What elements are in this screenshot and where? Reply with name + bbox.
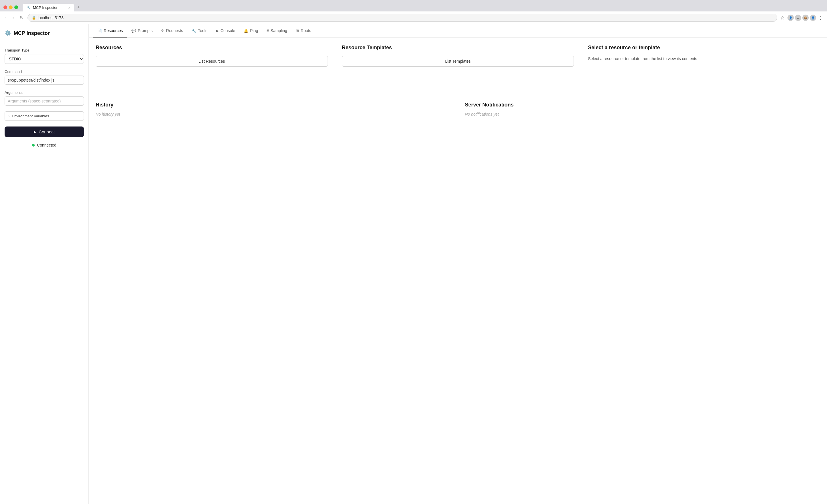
resources-tab-label: Resources bbox=[104, 28, 123, 33]
sidebar-divider bbox=[5, 42, 84, 42]
content-area: Resources List Resources Resource Templa… bbox=[89, 38, 827, 504]
select-resource-hint: Select a resource or template from the l… bbox=[588, 56, 820, 62]
url-display: localhost:5173 bbox=[38, 15, 63, 20]
toolbar-actions: ☆ bbox=[779, 14, 785, 21]
back-btn[interactable]: ‹ bbox=[3, 14, 8, 21]
address-bar[interactable]: 🔒 localhost:5173 bbox=[28, 14, 777, 22]
roots-tab-label: Roots bbox=[301, 28, 311, 33]
notifications-empty-text: No notifications yet bbox=[465, 112, 820, 116]
ext-icon-1[interactable]: 👤 bbox=[787, 14, 794, 21]
status-dot bbox=[32, 144, 35, 147]
transport-type-group: Transport Type STDIO HTTP WebSocket bbox=[5, 48, 84, 64]
tab-requests[interactable]: ✈ Requests bbox=[157, 24, 187, 38]
status-row: Connected bbox=[5, 143, 84, 147]
prompts-tab-label: Prompts bbox=[138, 28, 153, 33]
ping-tab-icon: 🔔 bbox=[244, 29, 248, 33]
minimize-traffic-light[interactable] bbox=[9, 5, 13, 9]
sampling-tab-label: Sampling bbox=[271, 28, 287, 33]
console-tab-icon: ▶ bbox=[216, 29, 219, 33]
browser-titlebar: 🔧 MCP Inspector × + bbox=[0, 0, 827, 11]
resource-templates-title: Resource Templates bbox=[342, 45, 574, 51]
browser-chrome: 🔧 MCP Inspector × + ‹ › ↻ 🔒 localhost:51… bbox=[0, 0, 827, 24]
arguments-group: Arguments bbox=[5, 91, 84, 106]
command-group: Command bbox=[5, 69, 84, 85]
browser-tabs: 🔧 MCP Inspector × + bbox=[22, 3, 824, 11]
requests-tab-label: Requests bbox=[166, 28, 183, 33]
notifications-title: Server Notifications bbox=[465, 102, 820, 108]
play-icon: ▶ bbox=[34, 130, 36, 134]
history-panel: History No history yet bbox=[89, 95, 458, 504]
select-resource-panel: Select a resource or template Select a r… bbox=[581, 38, 827, 95]
tab-favicon: 🔧 bbox=[27, 6, 31, 9]
roots-tab-icon: ⊞ bbox=[296, 29, 299, 33]
env-vars-toggle-btn[interactable]: › Environment Variables bbox=[5, 111, 84, 121]
browser-extensions: 👤 🛡 📦 👤 ⋮ bbox=[787, 14, 824, 21]
menu-btn[interactable]: ⋮ bbox=[817, 14, 824, 21]
close-traffic-light[interactable] bbox=[3, 5, 7, 9]
arguments-input[interactable] bbox=[5, 96, 84, 106]
tab-roots[interactable]: ⊞ Roots bbox=[292, 24, 315, 38]
reload-btn[interactable]: ↻ bbox=[18, 14, 25, 21]
sidebar-header: ⚙️ MCP Inspector bbox=[5, 30, 84, 36]
arguments-label: Arguments bbox=[5, 91, 84, 95]
command-label: Command bbox=[5, 69, 84, 74]
select-resource-title: Select a resource or template bbox=[588, 45, 820, 51]
tabs-bar: 📄 Resources 💬 Prompts ✈ Requests 🔧 Tools… bbox=[89, 24, 827, 38]
tab-tools[interactable]: 🔧 Tools bbox=[188, 24, 211, 38]
resources-panel: Resources List Resources bbox=[89, 38, 335, 95]
command-input[interactable] bbox=[5, 75, 84, 85]
env-vars-label: Environment Variables bbox=[12, 114, 49, 118]
app-title: MCP Inspector bbox=[14, 30, 50, 36]
tab-ping[interactable]: 🔔 Ping bbox=[240, 24, 262, 38]
resources-tab-icon: 📄 bbox=[97, 29, 102, 33]
tools-tab-icon: 🔧 bbox=[192, 29, 196, 33]
console-tab-label: Console bbox=[221, 28, 235, 33]
forward-btn[interactable]: › bbox=[11, 14, 15, 21]
bottom-row: History No history yet Server Notificati… bbox=[89, 95, 827, 504]
ext-icon-3[interactable]: 📦 bbox=[802, 14, 809, 21]
panels-row: Resources List Resources Resource Templa… bbox=[89, 38, 827, 95]
app-container: ⚙️ MCP Inspector Transport Type STDIO HT… bbox=[0, 24, 827, 504]
ext-icon-4[interactable]: 👤 bbox=[810, 14, 816, 21]
traffic-lights bbox=[3, 5, 18, 9]
env-vars-chevron-icon: › bbox=[8, 114, 9, 118]
history-empty-text: No history yet bbox=[96, 112, 451, 116]
connect-label: Connect bbox=[39, 130, 55, 134]
bookmark-btn[interactable]: ☆ bbox=[779, 14, 785, 21]
transport-type-label: Transport Type bbox=[5, 48, 84, 52]
tab-title: MCP Inspector bbox=[33, 5, 57, 10]
prompts-tab-icon: 💬 bbox=[132, 29, 136, 33]
history-title: History bbox=[96, 102, 451, 108]
app-logo-icon: ⚙️ bbox=[5, 30, 11, 36]
tab-console[interactable]: ▶ Console bbox=[212, 24, 239, 38]
browser-toolbar: ‹ › ↻ 🔒 localhost:5173 ☆ 👤 🛡 📦 👤 ⋮ bbox=[0, 11, 827, 24]
status-text: Connected bbox=[37, 143, 56, 147]
transport-type-select[interactable]: STDIO HTTP WebSocket bbox=[5, 54, 84, 64]
main-content: 📄 Resources 💬 Prompts ✈ Requests 🔧 Tools… bbox=[89, 24, 827, 504]
browser-tab-active[interactable]: 🔧 MCP Inspector × bbox=[22, 4, 74, 11]
list-resources-btn[interactable]: List Resources bbox=[96, 56, 328, 67]
tab-close-btn[interactable]: × bbox=[68, 6, 70, 10]
tools-tab-label: Tools bbox=[198, 28, 207, 33]
lock-icon: 🔒 bbox=[32, 16, 36, 20]
fullscreen-traffic-light[interactable] bbox=[14, 5, 18, 9]
sampling-tab-icon: # bbox=[266, 29, 269, 33]
requests-tab-icon: ✈ bbox=[161, 29, 164, 33]
list-templates-btn[interactable]: List Templates bbox=[342, 56, 574, 67]
connect-button[interactable]: ▶ Connect bbox=[5, 127, 84, 137]
server-notifications-panel: Server Notifications No notifications ye… bbox=[458, 95, 827, 504]
ext-icon-2[interactable]: 🛡 bbox=[795, 14, 801, 21]
tab-prompts[interactable]: 💬 Prompts bbox=[128, 24, 157, 38]
new-tab-btn[interactable]: + bbox=[74, 3, 83, 11]
tab-sampling[interactable]: # Sampling bbox=[262, 24, 291, 38]
resources-panel-title: Resources bbox=[96, 45, 328, 51]
resource-templates-panel: Resource Templates List Templates bbox=[335, 38, 581, 95]
tab-resources[interactable]: 📄 Resources bbox=[93, 24, 127, 38]
ping-tab-label: Ping bbox=[250, 28, 258, 33]
sidebar: ⚙️ MCP Inspector Transport Type STDIO HT… bbox=[0, 24, 89, 504]
